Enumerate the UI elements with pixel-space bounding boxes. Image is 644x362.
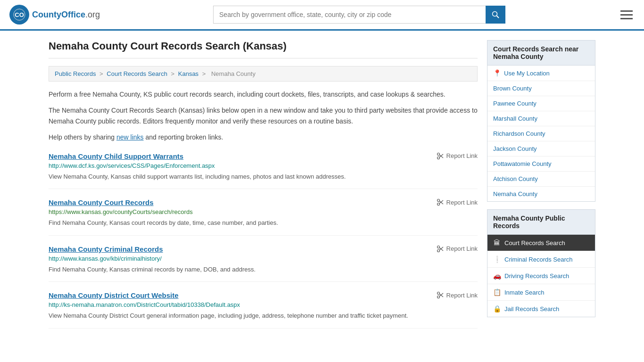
location-pin-icon: 📍 xyxy=(493,69,501,77)
result-header-1: Nemaha County Court Records Report Link xyxy=(49,198,478,208)
pub-rec-icon-2: 🚗 xyxy=(493,272,501,280)
nearby-county-link-7[interactable]: Nemaha County xyxy=(493,190,537,197)
pub-rec-icon-0: 🏛 xyxy=(493,239,501,247)
new-links-link[interactable]: new links xyxy=(116,133,144,141)
scissors-icon-3 xyxy=(437,291,444,299)
pub-rec-link-0[interactable]: Court Records Search xyxy=(504,239,565,247)
use-my-location-link[interactable]: Use My Location xyxy=(504,70,550,77)
scissors-icon-2 xyxy=(437,245,444,253)
pub-rec-link-2[interactable]: Driving Records Search xyxy=(504,272,569,280)
menu-bar-2 xyxy=(620,14,633,16)
pub-rec-link-1[interactable]: Criminal Records Search xyxy=(504,256,573,263)
nearby-county-link-6[interactable]: Atchison County xyxy=(493,175,538,182)
content-area: Nemaha County Court Records Search (Kans… xyxy=(49,40,478,338)
pub-rec-item-3[interactable]: 📋 Inmate Search xyxy=(487,284,595,301)
nearby-section-title: Court Records Search near Nemaha County xyxy=(487,40,595,66)
result-title-2[interactable]: Nemaha County Criminal Records xyxy=(49,245,163,253)
desc-para3-suffix: and reporting broken links. xyxy=(144,133,223,141)
result-title-1[interactable]: Nemaha County Court Records xyxy=(49,198,154,206)
report-link-btn-1[interactable]: Report Link xyxy=(437,198,478,206)
report-link-btn-2[interactable]: Report Link xyxy=(437,245,478,253)
logo-area: CO CountyOffice.org xyxy=(9,5,100,25)
nearby-counties-container: Brown CountyPawnee CountyMarshall County… xyxy=(487,81,595,201)
breadcrumb-sep-3: > xyxy=(202,70,207,77)
result-title-3[interactable]: Nemaha County District Court Website xyxy=(49,291,179,299)
svg-point-4 xyxy=(437,153,439,155)
use-my-location-item[interactable]: 📍 Use My Location xyxy=(487,66,595,81)
report-link-label-0: Report Link xyxy=(446,152,478,159)
report-link-label-1: Report Link xyxy=(446,199,478,206)
svg-text:CO: CO xyxy=(15,11,24,18)
svg-point-12 xyxy=(437,246,439,248)
nearby-counties-list: 📍 Use My Location Brown CountyPawnee Cou… xyxy=(487,66,595,202)
result-url-1[interactable]: https://www.kansas.gov/countyCourts/sear… xyxy=(49,208,478,215)
nearby-county-link-1[interactable]: Pawnee County xyxy=(493,100,537,107)
report-link-label-3: Report Link xyxy=(446,292,478,299)
search-button[interactable] xyxy=(486,6,505,24)
report-link-btn-3[interactable]: Report Link xyxy=(437,291,478,299)
svg-point-8 xyxy=(437,199,439,202)
search-area xyxy=(213,6,505,24)
description-para-2: The Nemaha County Court Records Search (… xyxy=(49,105,478,126)
nearby-county-link-5[interactable]: Pottawatomie County xyxy=(493,160,552,167)
pub-rec-item-1[interactable]: ❕ Criminal Records Search xyxy=(487,251,595,268)
logo-text: CountyOffice.org xyxy=(32,10,100,20)
description-para-3: Help others by sharing new links and rep… xyxy=(49,132,478,142)
menu-bar-3 xyxy=(620,18,633,19)
breadcrumb-public-records[interactable]: Public Records xyxy=(55,70,96,77)
description-para-1: Perform a free Nemaha County, KS public … xyxy=(49,89,478,99)
nearby-county-link-2[interactable]: Marshall County xyxy=(493,115,537,122)
report-link-btn-0[interactable]: Report Link xyxy=(437,152,478,160)
result-url-3[interactable]: http://ks-nemaha.manatron.com/DistrictCo… xyxy=(49,301,478,308)
logo-suffix-text: .org xyxy=(85,10,100,19)
pub-rec-item-0[interactable]: 🏛 Court Records Search xyxy=(487,235,595,251)
breadcrumb-nemaha: Nemaha County xyxy=(211,70,256,77)
result-item-1: Nemaha County Court Records Report Link … xyxy=(49,198,478,236)
svg-point-13 xyxy=(437,249,439,252)
svg-line-3 xyxy=(497,16,499,18)
svg-point-5 xyxy=(437,156,439,159)
result-item-2: Nemaha County Criminal Records Report Li… xyxy=(49,245,478,282)
scissors-icon-0 xyxy=(437,152,444,160)
sidebar: Court Records Search near Nemaha County … xyxy=(487,40,595,338)
result-item-3: Nemaha County District Court Website Rep… xyxy=(49,291,478,329)
nearby-county-link-3[interactable]: Richardson County xyxy=(493,130,545,137)
pub-rec-item-4[interactable]: 🔒 Jail Records Search xyxy=(487,301,595,317)
nearby-county-1: Pawnee County xyxy=(487,96,595,111)
result-desc-3: View Nemaha County District Court genera… xyxy=(49,311,478,321)
breadcrumb-sep-2: > xyxy=(171,70,176,77)
nearby-county-3: Richardson County xyxy=(487,126,595,141)
breadcrumb-court-records[interactable]: Court Records Search xyxy=(107,70,167,77)
search-input[interactable] xyxy=(213,6,486,24)
nearby-county-link-0[interactable]: Brown County xyxy=(493,85,532,92)
logo-icon: CO xyxy=(9,5,29,25)
nearby-county-6: Atchison County xyxy=(487,172,595,187)
breadcrumb-kansas[interactable]: Kansas xyxy=(178,70,198,77)
pub-rec-link-3[interactable]: Inmate Search xyxy=(504,289,545,296)
nearby-county-7: Nemaha County xyxy=(487,187,595,201)
result-desc-1: Find Nemaha County, Kansas court records… xyxy=(49,218,478,228)
public-records-list: 🏛 Court Records Search ❕ Criminal Record… xyxy=(487,235,595,317)
nearby-county-link-4[interactable]: Jackson County xyxy=(493,145,537,152)
pub-rec-link-4[interactable]: Jail Records Search xyxy=(504,305,559,313)
results-list: Nemaha County Child Support Warrants Rep… xyxy=(49,152,478,329)
svg-point-17 xyxy=(437,296,439,298)
result-desc-0: View Nemaha County, Kansas child support… xyxy=(49,172,478,181)
menu-button[interactable] xyxy=(619,8,635,21)
public-records-container: 🏛 Court Records Search ❕ Criminal Record… xyxy=(487,235,595,317)
result-url-2[interactable]: http://www.kansas.gov/kbi/criminalhistor… xyxy=(49,255,478,262)
result-title-0[interactable]: Nemaha County Child Support Warrants xyxy=(49,152,183,160)
breadcrumb: Public Records > Court Records Search > … xyxy=(49,66,478,82)
pub-rec-item-2[interactable]: 🚗 Driving Records Search xyxy=(487,268,595,284)
nearby-county-5: Pottawatomie County xyxy=(487,156,595,172)
result-desc-2: Find Nemaha County, Kansas criminal reco… xyxy=(49,265,478,274)
search-icon xyxy=(492,11,499,18)
nearby-county-2: Marshall County xyxy=(487,111,595,126)
result-header-3: Nemaha County District Court Website Rep… xyxy=(49,291,478,301)
result-header-0: Nemaha County Child Support Warrants Rep… xyxy=(49,152,478,162)
pub-rec-icon-4: 🔒 xyxy=(493,305,501,313)
public-records-section-title: Nemaha County Public Records xyxy=(487,209,595,235)
pub-rec-icon-1: ❕ xyxy=(493,255,501,263)
svg-point-16 xyxy=(437,292,439,295)
result-url-0[interactable]: http://www.dcf.ks.gov/services/CSS/Pages… xyxy=(49,162,478,169)
